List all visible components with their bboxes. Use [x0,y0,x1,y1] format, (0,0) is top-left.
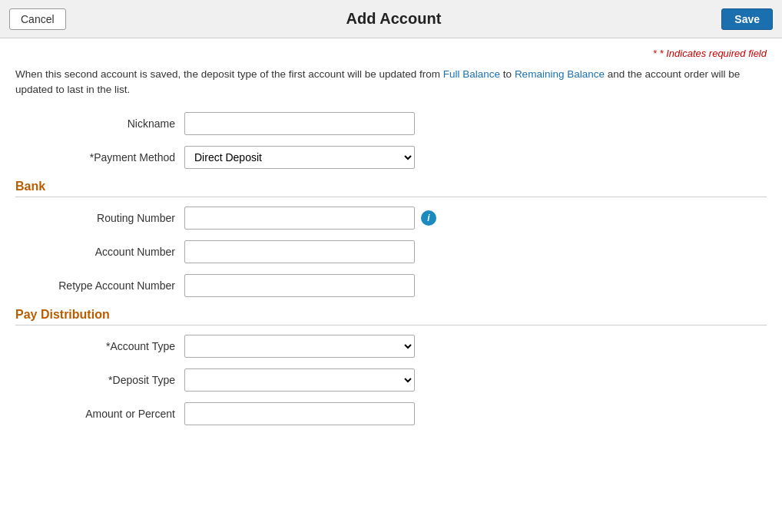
account-number-label: Account Number [15,246,184,258]
highlight-remaining-balance: Remaining Balance [515,68,605,80]
deposit-type-label: *Deposit Type [15,374,184,386]
highlight-full-balance: Full Balance [443,68,500,80]
account-type-label: *Account Type [15,340,184,352]
retype-account-number-input[interactable] [184,274,415,297]
payment-method-row: *Payment Method Direct Deposit Check [15,146,767,169]
cancel-button[interactable]: Cancel [9,8,66,30]
nickname-row: Nickname [15,112,767,135]
nickname-label: Nickname [15,117,184,130]
deposit-type-select[interactable]: Full Balance Partial Amount Remaining Ba… [184,368,415,392]
asterisk: * [653,48,660,59]
payment-method-select[interactable]: Direct Deposit Check [184,146,415,169]
page-content: * * Indicates required field When this s… [0,38,782,451]
save-button[interactable]: Save [721,8,773,30]
routing-number-row: Routing Number i [15,207,767,230]
amount-or-percent-input[interactable] [184,402,415,425]
pay-distribution-section-title: Pay Distribution [15,308,110,321]
account-type-select[interactable]: Checking Savings [184,335,415,358]
deposit-type-row: *Deposit Type Full Balance Partial Amoun… [15,368,767,392]
required-note-text: * Indicates required field [660,48,767,59]
bank-section-header: Bank [15,180,767,197]
nickname-input[interactable] [184,112,415,135]
routing-number-label: Routing Number [15,212,184,224]
info-message: When this second account is saved, the d… [15,67,767,98]
required-note: * * Indicates required field [15,48,767,59]
pay-distribution-section-header: Pay Distribution [15,308,767,325]
routing-number-input[interactable] [184,207,415,230]
page-header: Cancel Add Account Save [0,0,782,38]
retype-account-number-label: Retype Account Number [15,279,184,292]
account-type-row: *Account Type Checking Savings [15,335,767,358]
page-title: Add Account [346,10,442,28]
routing-number-info-icon[interactable]: i [421,210,436,226]
retype-account-number-row: Retype Account Number [15,274,767,297]
payment-method-label: *Payment Method [15,151,184,164]
bank-section-title: Bank [15,180,45,193]
account-number-row: Account Number [15,240,767,263]
account-number-input[interactable] [184,240,415,263]
amount-or-percent-label: Amount or Percent [15,408,184,420]
amount-or-percent-row: Amount or Percent [15,402,767,425]
